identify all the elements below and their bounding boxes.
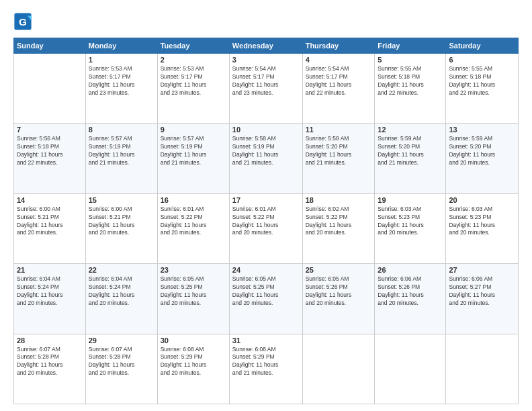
day-number: 19 bbox=[378, 196, 443, 204]
weekday-header: Friday bbox=[375, 38, 446, 54]
weekday-header: Monday bbox=[85, 38, 157, 54]
calendar-week-row: 14Sunrise: 6:00 AM Sunset: 5:21 PM Dayli… bbox=[14, 193, 519, 263]
day-number: 29 bbox=[89, 336, 154, 345]
cell-info: Sunrise: 6:04 AM Sunset: 5:24 PM Dayligh… bbox=[89, 275, 154, 308]
day-number: 30 bbox=[161, 336, 226, 345]
calendar-cell: 29Sunrise: 6:07 AM Sunset: 5:28 PM Dayli… bbox=[85, 334, 157, 404]
calendar-cell: 21Sunrise: 6:04 AM Sunset: 5:24 PM Dayli… bbox=[14, 264, 86, 334]
cell-info: Sunrise: 6:04 AM Sunset: 5:24 PM Dayligh… bbox=[17, 275, 83, 308]
calendar-cell bbox=[14, 54, 86, 124]
calendar-cell: 17Sunrise: 6:01 AM Sunset: 5:22 PM Dayli… bbox=[229, 193, 302, 263]
weekday-header: Tuesday bbox=[157, 38, 229, 54]
calendar-cell: 12Sunrise: 5:59 AM Sunset: 5:20 PM Dayli… bbox=[375, 124, 446, 193]
calendar-header: SundayMondayTuesdayWednesdayThursdayFrid… bbox=[14, 38, 519, 54]
calendar-cell: 22Sunrise: 6:04 AM Sunset: 5:24 PM Dayli… bbox=[85, 264, 157, 334]
cell-info: Sunrise: 6:05 AM Sunset: 5:26 PM Dayligh… bbox=[306, 275, 372, 308]
day-number: 10 bbox=[232, 126, 300, 134]
logo: G bbox=[13, 12, 35, 31]
calendar-cell: 10Sunrise: 5:58 AM Sunset: 5:19 PM Dayli… bbox=[229, 124, 302, 193]
cell-info: Sunrise: 6:05 AM Sunset: 5:25 PM Dayligh… bbox=[232, 275, 300, 308]
calendar-table: SundayMondayTuesdayWednesdayThursdayFrid… bbox=[13, 38, 519, 404]
cell-info: Sunrise: 6:03 AM Sunset: 5:23 PM Dayligh… bbox=[378, 205, 443, 238]
cell-info: Sunrise: 5:55 AM Sunset: 5:18 PM Dayligh… bbox=[378, 65, 443, 97]
day-number: 2 bbox=[161, 56, 226, 64]
day-number: 16 bbox=[161, 196, 226, 204]
day-number: 6 bbox=[449, 56, 515, 64]
day-number: 4 bbox=[306, 56, 372, 64]
day-number: 25 bbox=[306, 266, 372, 274]
calendar-week-row: 1Sunrise: 5:53 AM Sunset: 5:17 PM Daylig… bbox=[14, 54, 519, 124]
calendar-cell bbox=[375, 334, 446, 404]
cell-info: Sunrise: 6:07 AM Sunset: 5:28 PM Dayligh… bbox=[17, 346, 83, 378]
day-number: 8 bbox=[89, 126, 154, 134]
calendar-cell: 25Sunrise: 6:05 AM Sunset: 5:26 PM Dayli… bbox=[302, 264, 375, 334]
cell-info: Sunrise: 5:59 AM Sunset: 5:20 PM Dayligh… bbox=[449, 135, 515, 167]
calendar-week-row: 28Sunrise: 6:07 AM Sunset: 5:28 PM Dayli… bbox=[14, 334, 519, 404]
cell-info: Sunrise: 6:03 AM Sunset: 5:23 PM Dayligh… bbox=[449, 205, 515, 238]
day-number: 3 bbox=[232, 56, 300, 64]
calendar-cell: 28Sunrise: 6:07 AM Sunset: 5:28 PM Dayli… bbox=[14, 334, 86, 404]
day-number: 9 bbox=[161, 126, 226, 134]
calendar-cell: 4Sunrise: 5:54 AM Sunset: 5:17 PM Daylig… bbox=[302, 54, 375, 124]
cell-info: Sunrise: 5:53 AM Sunset: 5:17 PM Dayligh… bbox=[161, 65, 226, 97]
calendar-week-row: 21Sunrise: 6:04 AM Sunset: 5:24 PM Dayli… bbox=[14, 264, 519, 334]
cell-info: Sunrise: 5:57 AM Sunset: 5:19 PM Dayligh… bbox=[89, 135, 154, 167]
cell-info: Sunrise: 6:02 AM Sunset: 5:22 PM Dayligh… bbox=[306, 205, 372, 238]
day-number: 22 bbox=[89, 266, 154, 274]
logo-icon: G bbox=[13, 12, 32, 31]
day-number: 21 bbox=[17, 266, 83, 274]
cell-info: Sunrise: 6:01 AM Sunset: 5:22 PM Dayligh… bbox=[161, 205, 226, 238]
calendar-cell: 2Sunrise: 5:53 AM Sunset: 5:17 PM Daylig… bbox=[157, 54, 229, 124]
day-number: 23 bbox=[161, 266, 226, 274]
calendar-cell: 20Sunrise: 6:03 AM Sunset: 5:23 PM Dayli… bbox=[446, 193, 519, 263]
cell-info: Sunrise: 5:53 AM Sunset: 5:17 PM Dayligh… bbox=[89, 65, 154, 97]
day-number: 20 bbox=[449, 196, 515, 204]
calendar-cell: 13Sunrise: 5:59 AM Sunset: 5:20 PM Dayli… bbox=[446, 124, 519, 193]
page: G SundayMondayTuesdayWednesdayThursdayFr… bbox=[0, 0, 532, 411]
cell-info: Sunrise: 5:58 AM Sunset: 5:19 PM Dayligh… bbox=[232, 135, 300, 167]
cell-info: Sunrise: 6:01 AM Sunset: 5:22 PM Dayligh… bbox=[232, 205, 300, 238]
day-number: 5 bbox=[378, 56, 443, 64]
weekday-header: Wednesday bbox=[229, 38, 302, 54]
day-number: 14 bbox=[17, 196, 83, 204]
calendar-cell: 19Sunrise: 6:03 AM Sunset: 5:23 PM Dayli… bbox=[375, 193, 446, 263]
calendar-cell: 8Sunrise: 5:57 AM Sunset: 5:19 PM Daylig… bbox=[85, 124, 157, 193]
cell-info: Sunrise: 6:00 AM Sunset: 5:21 PM Dayligh… bbox=[17, 205, 83, 238]
day-number: 11 bbox=[306, 126, 372, 134]
calendar-cell bbox=[446, 334, 519, 404]
day-number: 24 bbox=[232, 266, 300, 274]
cell-info: Sunrise: 5:55 AM Sunset: 5:18 PM Dayligh… bbox=[449, 65, 515, 97]
calendar-week-row: 7Sunrise: 5:56 AM Sunset: 5:18 PM Daylig… bbox=[14, 124, 519, 193]
cell-info: Sunrise: 5:54 AM Sunset: 5:17 PM Dayligh… bbox=[232, 65, 300, 97]
weekday-header: Saturday bbox=[446, 38, 519, 54]
day-number: 13 bbox=[449, 126, 515, 134]
cell-info: Sunrise: 6:07 AM Sunset: 5:28 PM Dayligh… bbox=[89, 346, 154, 378]
calendar-cell: 5Sunrise: 5:55 AM Sunset: 5:18 PM Daylig… bbox=[375, 54, 446, 124]
calendar-cell: 26Sunrise: 6:06 AM Sunset: 5:26 PM Dayli… bbox=[375, 264, 446, 334]
day-number: 27 bbox=[449, 266, 515, 274]
day-number: 26 bbox=[378, 266, 443, 274]
weekday-header: Thursday bbox=[302, 38, 375, 54]
cell-info: Sunrise: 6:00 AM Sunset: 5:21 PM Dayligh… bbox=[89, 205, 154, 238]
calendar-cell: 15Sunrise: 6:00 AM Sunset: 5:21 PM Dayli… bbox=[85, 193, 157, 263]
calendar-cell: 3Sunrise: 5:54 AM Sunset: 5:17 PM Daylig… bbox=[229, 54, 302, 124]
calendar-cell: 9Sunrise: 5:57 AM Sunset: 5:19 PM Daylig… bbox=[157, 124, 229, 193]
cell-info: Sunrise: 5:54 AM Sunset: 5:17 PM Dayligh… bbox=[306, 65, 372, 97]
cell-info: Sunrise: 5:58 AM Sunset: 5:20 PM Dayligh… bbox=[306, 135, 372, 167]
cell-info: Sunrise: 6:06 AM Sunset: 5:26 PM Dayligh… bbox=[378, 275, 443, 308]
svg-text:G: G bbox=[19, 16, 27, 28]
calendar-cell: 24Sunrise: 6:05 AM Sunset: 5:25 PM Dayli… bbox=[229, 264, 302, 334]
header: G bbox=[13, 12, 519, 31]
day-number: 18 bbox=[306, 196, 372, 204]
day-number: 28 bbox=[17, 336, 83, 345]
calendar-cell: 30Sunrise: 6:08 AM Sunset: 5:29 PM Dayli… bbox=[157, 334, 229, 404]
day-number: 17 bbox=[232, 196, 300, 204]
cell-info: Sunrise: 5:59 AM Sunset: 5:20 PM Dayligh… bbox=[378, 135, 443, 167]
calendar-cell: 18Sunrise: 6:02 AM Sunset: 5:22 PM Dayli… bbox=[302, 193, 375, 263]
calendar-cell: 14Sunrise: 6:00 AM Sunset: 5:21 PM Dayli… bbox=[14, 193, 86, 263]
calendar-cell: 11Sunrise: 5:58 AM Sunset: 5:20 PM Dayli… bbox=[302, 124, 375, 193]
calendar-cell: 7Sunrise: 5:56 AM Sunset: 5:18 PM Daylig… bbox=[14, 124, 86, 193]
cell-info: Sunrise: 6:05 AM Sunset: 5:25 PM Dayligh… bbox=[161, 275, 226, 308]
cell-info: Sunrise: 6:08 AM Sunset: 5:29 PM Dayligh… bbox=[232, 346, 300, 378]
cell-info: Sunrise: 6:06 AM Sunset: 5:27 PM Dayligh… bbox=[449, 275, 515, 308]
